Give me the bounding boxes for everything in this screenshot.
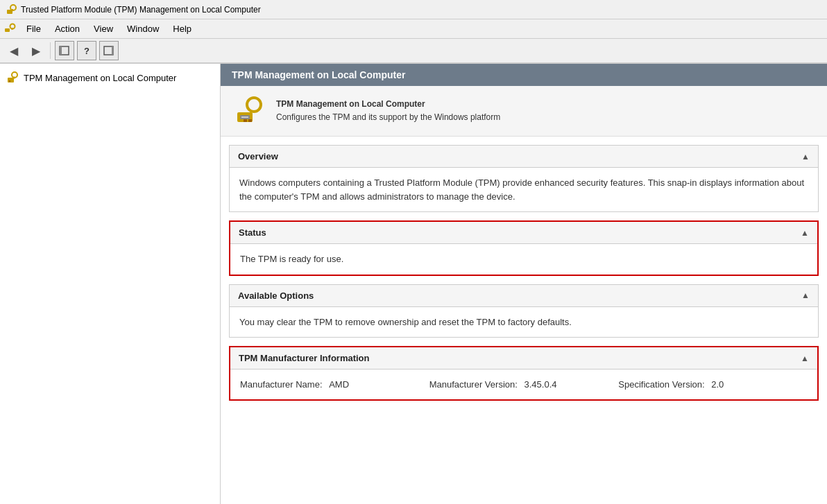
manufacturer-name-label: Manufacturer Name: — [240, 379, 323, 390]
right-panel-header: TPM Management on Local Computer — [221, 64, 827, 86]
tpm-tree-icon — [6, 71, 19, 85]
toolbar-separator-1 — [50, 42, 51, 59]
tree-item-tpm[interactable]: TPM Management on Local Computer — [0, 68, 220, 87]
window-title: Trusted Platform Module (TPM) Management… — [21, 5, 261, 15]
available-options-collapse-icon — [801, 290, 810, 300]
svg-rect-2 — [12, 9, 13, 11]
show-hide-console-button[interactable] — [55, 41, 74, 60]
app-icon — [6, 4, 17, 15]
toolbar: ? — [0, 39, 827, 64]
manufacturer-version-value: 3.45.0.4 — [524, 379, 556, 390]
menu-view[interactable]: View — [87, 21, 120, 36]
right-panel: TPM Management on Local Computer TPM Man… — [221, 64, 827, 504]
title-bar: Trusted Platform Module (TPM) Management… — [0, 0, 827, 19]
status-content: The TPM is ready for use. — [230, 244, 817, 275]
manufacturer-collapse-icon — [801, 354, 809, 363]
svg-rect-9 — [112, 46, 114, 55]
manufacturer-name-field: Manufacturer Name: AMD — [240, 379, 429, 390]
menu-action[interactable]: Action — [48, 21, 87, 36]
svg-rect-7 — [60, 46, 62, 55]
svg-rect-13 — [9, 80, 10, 82]
specification-version-value: 2.0 — [711, 379, 724, 390]
help-icon: ? — [84, 46, 89, 56]
status-section: Status The TPM is ready for use. — [229, 220, 819, 276]
overview-collapse-icon — [801, 152, 810, 162]
tpm-key-icon — [232, 94, 265, 128]
status-header[interactable]: Status — [230, 222, 817, 244]
action-pane-icon — [103, 46, 114, 55]
available-options-title: Available Options — [238, 290, 314, 301]
forward-icon — [32, 44, 40, 58]
manufacturer-header[interactable]: TPM Manufacturer Information — [230, 347, 817, 370]
svg-rect-5 — [12, 28, 13, 30]
info-text-block: TPM Management on Local Computer Configu… — [276, 98, 500, 124]
svg-rect-16 — [244, 119, 247, 122]
manufacturer-version-field: Manufacturer Version: 3.45.0.4 — [429, 379, 619, 390]
back-button[interactable] — [4, 41, 24, 60]
overview-section: Overview Windows computers containing a … — [229, 145, 819, 212]
help-button[interactable]: ? — [77, 41, 96, 60]
svg-rect-3 — [5, 28, 10, 32]
svg-rect-19 — [241, 116, 248, 118]
status-title: Status — [239, 227, 266, 238]
back-icon — [10, 44, 18, 58]
info-row: TPM Management on Local Computer Configu… — [221, 86, 827, 137]
menu-bar: File Action View Window Help — [0, 19, 827, 39]
manufacturer-version-label: Manufacturer Version: — [429, 379, 518, 390]
specification-version-label: Specification Version: — [618, 379, 704, 390]
available-options-section: Available Options You may clear the TPM … — [229, 284, 819, 338]
overview-header[interactable]: Overview — [230, 146, 818, 168]
overview-title: Overview — [238, 151, 278, 162]
forward-button[interactable] — [26, 41, 46, 60]
menu-app-icon — [3, 22, 17, 36]
info-title: TPM Management on Local Computer — [276, 98, 500, 111]
available-options-content: You may clear the TPM to remove ownershi… — [230, 307, 818, 338]
svg-rect-12 — [14, 77, 15, 79]
manufacturer-content: Manufacturer Name: AMD Manufacturer Vers… — [230, 370, 817, 399]
status-collapse-icon — [801, 228, 809, 238]
menu-file[interactable]: File — [19, 21, 48, 36]
manufacturer-title: TPM Manufacturer Information — [239, 353, 370, 363]
menu-window[interactable]: Window — [120, 21, 166, 36]
left-panel: TPM Management on Local Computer — [0, 64, 221, 504]
svg-rect-10 — [8, 78, 14, 82]
available-options-header[interactable]: Available Options — [230, 285, 818, 307]
console-icon — [59, 46, 70, 55]
specification-version-field: Specification Version: 2.0 — [618, 379, 808, 390]
svg-point-15 — [247, 98, 261, 112]
main-layout: TPM Management on Local Computer TPM Man… — [0, 64, 827, 504]
svg-rect-17 — [248, 119, 252, 122]
info-subtitle: Configures the TPM and its support by th… — [276, 111, 500, 124]
tree-item-label: TPM Management on Local Computer — [24, 73, 176, 83]
show-action-pane-button[interactable] — [99, 41, 119, 60]
manufacturer-section: TPM Manufacturer Information Manufacture… — [229, 346, 819, 401]
manufacturer-name-value: AMD — [329, 379, 349, 390]
menu-help[interactable]: Help — [166, 21, 198, 36]
overview-content: Windows computers containing a Trusted P… — [230, 168, 818, 211]
